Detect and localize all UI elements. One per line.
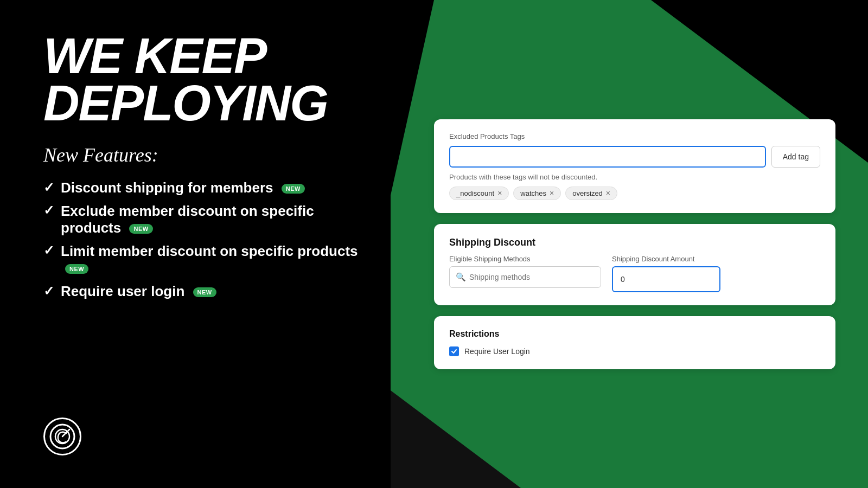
discount-amount-input[interactable] <box>613 269 720 290</box>
eligible-label: Eligible Shipping Methods <box>449 255 601 263</box>
list-item: ✓ Limit member discount on specific prod… <box>43 243 358 277</box>
add-tag-button[interactable]: Add tag <box>771 146 820 168</box>
list-item: ✓ Require user login NEW <box>43 283 358 300</box>
tag-remove-icon[interactable]: × <box>606 189 610 197</box>
tag-remove-icon[interactable]: × <box>550 189 554 197</box>
new-badge: NEW <box>282 184 305 194</box>
excluded-products-helper: Products with these tags will not be dis… <box>449 173 820 181</box>
shipping-fields: Eligible Shipping Methods 🔍 Shipping Dis… <box>449 255 820 292</box>
left-panel: WE KEEP DEPLOYING New Features: ✓ Discou… <box>0 0 391 488</box>
tag-label: watches <box>520 189 546 197</box>
excluded-products-card: Excluded Products Tags Add tag Products … <box>434 119 835 213</box>
headline: WE KEEP DEPLOYING <box>43 33 358 127</box>
discount-amount-group: Shipping Discount Amount % ▲ ▼ <box>612 255 720 292</box>
new-badge: NEW <box>193 287 216 297</box>
require-login-label: Require User Login <box>464 347 530 356</box>
checkmark-icon: ✓ <box>43 243 54 258</box>
features-list: ✓ Discount shipping for members NEW ✓ Ex… <box>43 179 358 300</box>
excluded-products-label: Excluded Products Tags <box>449 132 820 140</box>
tag-remove-icon[interactable]: × <box>497 189 502 197</box>
tag-chip: _nodiscount × <box>449 187 509 200</box>
require-login-row: Require User Login <box>449 346 820 356</box>
checkmark-icon: ✓ <box>43 180 54 195</box>
right-panel: Excluded Products Tags Add tag Products … <box>391 0 868 488</box>
list-item: ✓ Exclude member discount on specific pr… <box>43 203 358 236</box>
logo-area <box>43 401 358 455</box>
require-login-checkbox[interactable] <box>449 346 459 356</box>
restrictions-card: Restrictions Require User Login <box>434 316 835 369</box>
tag-label: oversized <box>572 189 603 197</box>
logo <box>43 418 81 455</box>
tag-chip: oversized × <box>565 187 617 200</box>
tag-label: _nodiscount <box>456 189 494 197</box>
checkmark-icon: ✓ <box>43 284 54 299</box>
shipping-discount-card: Shipping Discount Eligible Shipping Meth… <box>434 224 835 305</box>
checkmark-icon: ✓ <box>43 203 54 218</box>
list-item: ✓ Discount shipping for members NEW <box>43 179 358 196</box>
tag-chip: watches × <box>513 187 561 200</box>
feature-text: Require user login NEW <box>61 283 216 300</box>
headline-line1: WE KEEP <box>43 33 358 80</box>
shipping-search-wrap: 🔍 <box>449 266 601 288</box>
feature-text: Discount shipping for members NEW <box>61 179 305 196</box>
eligible-methods-group: Eligible Shipping Methods 🔍 <box>449 255 601 288</box>
headline-line2: DEPLOYING <box>43 80 358 127</box>
feature-text: Exclude member discount on specific prod… <box>61 203 358 236</box>
new-features-label: New Features: <box>43 144 358 166</box>
restrictions-title: Restrictions <box>449 329 820 339</box>
search-icon: 🔍 <box>456 272 466 282</box>
tag-input-row: Add tag <box>449 146 820 168</box>
shipping-search-input[interactable] <box>449 266 601 288</box>
discount-amount-wrap: % ▲ ▼ <box>612 266 720 292</box>
new-badge: NEW <box>65 264 88 274</box>
new-badge: NEW <box>129 224 152 234</box>
tags-row: _nodiscount × watches × oversized × <box>449 187 820 200</box>
feature-text: Limit member discount on specific produc… <box>61 243 358 277</box>
shipping-discount-title: Shipping Discount <box>449 237 820 248</box>
discount-amount-label: Shipping Discount Amount <box>612 255 720 263</box>
tag-input[interactable] <box>449 146 766 168</box>
